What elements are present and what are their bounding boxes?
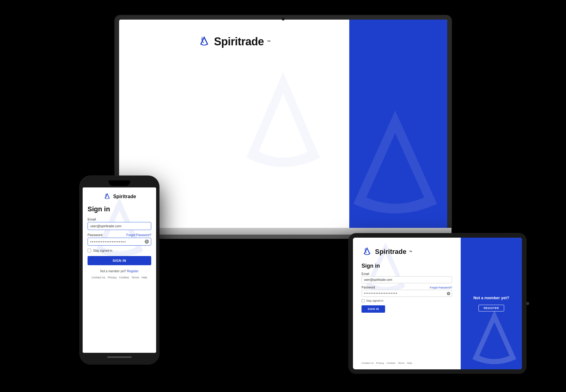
tablet-email-input[interactable] xyxy=(362,276,452,283)
laptop-screen: Spiritrade™ xyxy=(119,20,447,228)
phone-bottom-bar xyxy=(83,353,156,361)
phone-stay-signed-checkbox[interactable] xyxy=(88,249,91,252)
tablet-stay-signed-row: Stay signed in xyxy=(362,299,452,302)
laptop-logo-icon xyxy=(197,35,211,48)
tablet-password-row: Password Forgot Password? xyxy=(362,286,452,289)
tablet-footer-cookies[interactable]: Cookies xyxy=(387,362,395,364)
phone-password-input[interactable] xyxy=(88,238,151,246)
phone-logo-row: Spiritrade xyxy=(88,192,151,201)
phone-notch xyxy=(109,180,130,186)
tablet-footer-links: Contact Us Privacy Cookies Terms Help xyxy=(362,362,452,364)
phone-stay-signed-label: Stay signed in xyxy=(93,249,112,252)
tablet-device: Spiritrade™ Sign in Email Password Forgo… xyxy=(349,233,526,374)
laptop-camera xyxy=(282,17,285,21)
tablet-screen: Spiritrade™ Sign in Email Password Forgo… xyxy=(353,238,522,369)
tablet-right-title: Not a member yet? xyxy=(468,296,514,301)
tablet-footer-help[interactable]: Help xyxy=(407,362,412,364)
phone-brand-name: Spiritrade xyxy=(113,194,136,199)
phone-footer-cookies[interactable]: Cookies xyxy=(119,276,129,279)
tablet-email-label: Email xyxy=(362,272,452,276)
laptop-screen-outer: Spiritrade™ xyxy=(115,15,452,228)
laptop-right-watermark xyxy=(349,104,447,228)
phone-eye-icon[interactable]: 🔘 xyxy=(144,239,149,244)
phone-not-member-row: Not a member yet? Register xyxy=(88,270,151,273)
tablet-register-button[interactable]: REGISTER xyxy=(478,305,504,311)
phone-password-wrapper: 🔘 xyxy=(88,238,151,246)
tablet-logo-row: Spiritrade™ xyxy=(362,246,452,257)
laptop-watermark xyxy=(222,60,344,183)
laptop-right-panel xyxy=(349,20,447,228)
laptop-logo: Spiritrade™ xyxy=(197,35,271,48)
tablet-stay-signed-checkbox[interactable] xyxy=(362,299,365,302)
tablet-stay-signed-label: Stay signed in xyxy=(366,299,384,302)
scene: Spiritrade™ xyxy=(0,0,566,392)
tablet-password-label: Password xyxy=(362,286,375,289)
tablet-eye-icon[interactable]: 🔘 xyxy=(447,292,450,295)
tablet-tm: ™ xyxy=(409,250,412,254)
tablet-footer-contact[interactable]: Contact Us xyxy=(362,362,374,364)
tablet-logo-icon xyxy=(362,246,373,257)
tablet-footer-terms[interactable]: Terms xyxy=(398,362,405,364)
phone-password-label: Password xyxy=(88,233,102,237)
phone-logo-icon xyxy=(103,192,111,201)
phone-email-input[interactable] xyxy=(88,222,151,230)
tablet-brand-name: Spiritrade xyxy=(375,248,407,256)
phone-top-bar xyxy=(83,179,156,187)
phone-footer-links: Contact Us Privacy Cookies Terms Help xyxy=(88,273,151,279)
phone-sign-in-title: Sign in xyxy=(88,205,151,213)
tablet-sign-in-button[interactable]: SIGN IN xyxy=(362,305,385,313)
tablet-right-panel: Not a member yet? REGISTER xyxy=(461,238,522,369)
phone-email-label: Email xyxy=(88,217,151,221)
laptop-tm: ™ xyxy=(267,40,271,44)
phone-footer-contact[interactable]: Contact Us xyxy=(92,276,105,279)
laptop-brand-name: Spiritrade xyxy=(214,35,264,48)
phone-sign-in-button[interactable]: SIGN IN xyxy=(88,256,151,265)
phone-not-member-text: Not a member yet? xyxy=(100,270,126,273)
tablet-password-input[interactable] xyxy=(362,290,452,297)
phone-footer-help[interactable]: Help xyxy=(141,276,147,279)
phone-device: Spiritrade Sign in Email Password Forgot… xyxy=(80,176,159,364)
phone-footer-terms[interactable]: Terms xyxy=(132,276,139,279)
tablet-forgot-password-link[interactable]: Forgot Password? xyxy=(430,286,452,289)
phone-footer-privacy[interactable]: Privacy xyxy=(108,276,117,279)
phone-stay-signed-row: Stay signed in xyxy=(88,249,151,252)
phone-home-indicator xyxy=(107,356,132,358)
phone-forgot-password-link[interactable]: Forgot Password? xyxy=(126,233,151,237)
tablet-sign-in-title: Sign in xyxy=(362,263,452,269)
phone-password-row: Password Forgot Password? xyxy=(88,233,151,237)
tablet-left-panel: Spiritrade™ Sign in Email Password Forgo… xyxy=(353,238,461,369)
tablet-footer-privacy[interactable]: Privacy xyxy=(376,362,384,364)
tablet-password-wrapper: 🔘 xyxy=(362,290,452,297)
laptop-device: Spiritrade™ xyxy=(115,15,452,239)
phone-register-link[interactable]: Register xyxy=(127,270,138,273)
phone-screen: Spiritrade Sign in Email Password Forgot… xyxy=(83,187,156,353)
